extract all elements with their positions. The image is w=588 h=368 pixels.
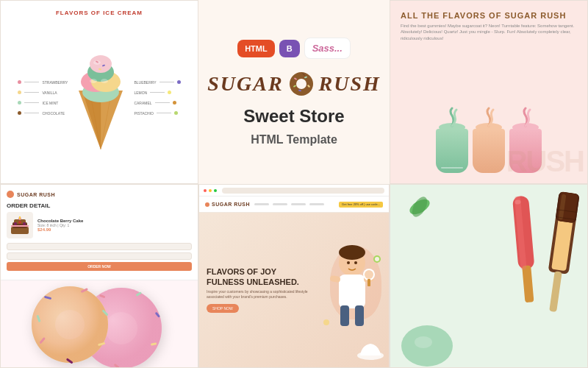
promo-banner: Get free 20% off | use code... xyxy=(339,202,383,208)
site-logo-area: SUGAR RUSH xyxy=(205,202,250,207)
svg-rect-60 xyxy=(355,305,364,326)
website-nav-bar: SUGAR RUSH Get free 20% off | use code..… xyxy=(199,197,389,213)
pink-swirl xyxy=(509,107,542,129)
svg-point-11 xyxy=(90,79,97,83)
html5-badge: HTML xyxy=(237,40,275,57)
hero-cta-button[interactable]: SHOP NOW xyxy=(207,304,239,313)
cake-thumbnail xyxy=(8,213,32,237)
order-header: SUGAR RUSH xyxy=(7,191,192,198)
brand-name-right: RUSH xyxy=(319,72,381,96)
website-nav-items xyxy=(254,203,324,205)
child-svg xyxy=(323,242,381,338)
svg-point-33 xyxy=(18,221,21,224)
ice-cream-cone-svg xyxy=(68,46,134,149)
leaf-decoration xyxy=(405,192,434,224)
svg-point-55 xyxy=(339,245,365,260)
bootstrap-badge: B xyxy=(279,40,300,57)
connector-line xyxy=(159,82,174,82)
lemon-dot xyxy=(168,91,171,94)
nav-item-blogs[interactable] xyxy=(291,203,306,205)
hero-subtext: Inspire your customers by showcasing a s… xyxy=(207,289,323,300)
svg-rect-81 xyxy=(549,271,562,312)
hero-image-area xyxy=(323,242,381,338)
connector-line xyxy=(150,92,165,93)
order-product-row: Chocolate Berry Cake Size: 8 inch | Qty:… xyxy=(7,212,192,238)
bottom-left-cell: SUGAR RUSH ORDER DETAIL xyxy=(0,184,198,368)
browser-dot-yellow xyxy=(209,189,212,192)
ice-cream-title: FLAVORS OF ICE CREAM xyxy=(56,10,143,16)
flavor-blueberry: BLUEBERRY xyxy=(134,80,180,85)
flavor-strawberry: STRAWBERRY xyxy=(18,80,68,85)
sass-badge: Sass... xyxy=(304,38,351,59)
peach-swirl xyxy=(473,107,505,129)
browser-dot-red xyxy=(204,189,207,192)
svg-point-46 xyxy=(32,286,108,363)
tech-badges: HTML B Sass... xyxy=(237,38,351,59)
svg-rect-31 xyxy=(19,216,21,219)
rush-bg-text: RUSH xyxy=(506,146,584,176)
sass-label: Sass... xyxy=(312,43,343,54)
flavor-caramel: CARAMEL xyxy=(134,101,180,105)
website-preview-cell: SUGAR RUSH Get free 20% off | use code..… xyxy=(198,184,390,368)
order-btn[interactable]: ORDER NOW xyxy=(7,262,192,271)
brand-dot xyxy=(7,191,14,198)
connector-line xyxy=(24,82,39,82)
form-input-1 xyxy=(7,243,192,250)
chocolate-dot xyxy=(18,111,21,115)
svg-point-64 xyxy=(347,261,350,264)
flavor-mint: ICE MINT xyxy=(18,101,68,105)
connector-line xyxy=(24,92,39,93)
svg-point-65 xyxy=(354,261,357,264)
nav-item-shop[interactable] xyxy=(254,203,269,205)
donuts-section xyxy=(1,280,198,368)
browser-bar xyxy=(199,185,389,197)
donut-logo-icon xyxy=(288,71,315,97)
address-bar xyxy=(222,188,384,194)
svg-point-9 xyxy=(90,55,112,73)
product-info: Chocolate Berry Cake Size: 8 inch | Qty:… xyxy=(37,219,192,232)
flavors-right: BLUEBERRY LEMON CARAMEL PISTACHIO xyxy=(134,80,180,116)
order-form: ORDER NOW xyxy=(7,243,192,271)
brand-logo: SUGAR RUSH xyxy=(207,71,381,97)
popsicles-cell xyxy=(390,184,588,368)
flavor-vanilla: VANILLA xyxy=(18,91,68,95)
vanilla-dot xyxy=(18,91,21,94)
browser-dot-green xyxy=(214,189,217,192)
svg-point-34 xyxy=(23,222,26,225)
caramel-dot xyxy=(173,101,176,105)
strawberry-dot xyxy=(18,80,21,84)
svg-rect-63 xyxy=(368,279,370,286)
svg-point-85 xyxy=(415,336,432,348)
peach-cup-wrapper xyxy=(473,107,505,173)
peach-cup xyxy=(473,129,505,173)
svg-point-62 xyxy=(365,270,373,279)
green-scoop xyxy=(398,309,456,368)
flavor-lemon: LEMON xyxy=(134,91,180,95)
hero-headline: FLAVORS OF JOYFULNESS UNLEASHED. xyxy=(207,267,323,286)
mint-dot xyxy=(18,101,21,105)
flavor-chocolate: CHOCOLATE xyxy=(18,111,68,116)
order-title: ORDER DETAIL xyxy=(7,202,192,209)
ice-cream-diagram: STRAWBERRY VANILLA ICE MINT CHOCOLATE xyxy=(10,21,189,174)
nav-item-pages[interactable] xyxy=(273,203,287,205)
site-logo-text: SUGAR RUSH xyxy=(212,202,250,207)
form-input-2 xyxy=(7,252,192,260)
sugar-rush-title: ALL THE FLAVORS OF SUGAR RUSH xyxy=(401,11,577,20)
cream-decoration xyxy=(356,338,385,360)
brand-center-cell: HTML B Sass... SUGAR xyxy=(198,0,390,184)
svg-rect-56 xyxy=(339,275,365,308)
svg-rect-57 xyxy=(329,275,340,283)
pistachio-dot xyxy=(174,111,178,115)
nav-item-commerce[interactable] xyxy=(309,203,324,205)
blueberry-dot xyxy=(177,80,181,84)
ice-cream-flavors-cell: FLAVORS OF ICE CREAM STRAWBERRY VANILLA xyxy=(0,0,198,184)
connector-line xyxy=(157,113,171,113)
tagline-main: Sweet Store xyxy=(243,106,344,127)
order-detail-panel: SUGAR RUSH ORDER DETAIL xyxy=(1,185,198,280)
order-brand-name: SUGAR RUSH xyxy=(17,192,55,197)
main-layout: FLAVORS OF ICE CREAM STRAWBERRY VANILLA xyxy=(0,0,588,368)
website-hero: FLAVORS OF JOYFULNESS UNLEASHED. Inspire… xyxy=(199,213,389,367)
bootstrap-label: B xyxy=(287,44,293,53)
flavor-pistachio: PISTACHIO xyxy=(134,111,180,116)
product-thumbnail xyxy=(7,212,33,238)
